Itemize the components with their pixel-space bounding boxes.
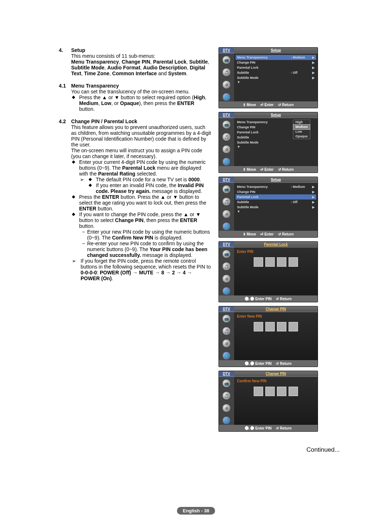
submenus-list: Menu Transparency, Change PIN, Parental … xyxy=(71,59,211,76)
sidebar-icon: 🌐 xyxy=(222,351,231,360)
option-low[interactable]: Low xyxy=(293,129,310,134)
section-number: 4. xyxy=(59,47,71,76)
tv-sidebar: 📺 🎵 ⚙ 🌐 xyxy=(219,377,234,425)
sub-instruction: The default PIN code for a new TV set is… xyxy=(79,177,211,194)
tv-footer: ⓿..❾Enter PIN ↺Return xyxy=(219,360,318,367)
menu-title: Setup xyxy=(234,112,318,118)
pin-input-boxes[interactable] xyxy=(237,387,315,396)
pin-digit[interactable] xyxy=(254,257,263,267)
enter-icon: ⏎ xyxy=(260,168,263,172)
dtv-badge: DTV xyxy=(219,371,234,377)
sidebar-icon: ⚙ xyxy=(222,210,231,218)
pin-digit[interactable] xyxy=(265,387,275,396)
pin-prompt: Enter New PIN xyxy=(237,314,315,318)
numeric-icon: ⓿..❾ xyxy=(245,426,254,430)
menu-title: Change PIN xyxy=(234,371,318,377)
sidebar-icon: ⚙ xyxy=(222,80,231,89)
option-medium[interactable]: Medium xyxy=(293,124,310,130)
menu-row-subtitle[interactable]: Subtitle: Off▶ xyxy=(236,200,316,205)
section-title: Setup xyxy=(71,47,211,53)
subsection-number: 4.1 xyxy=(59,83,71,112)
sidebar-icon: ⚙ xyxy=(222,404,231,412)
chevron-right-icon: ▶ xyxy=(310,185,315,189)
footer-enter: ⏎Enter xyxy=(260,103,274,107)
pin-digit[interactable] xyxy=(254,322,263,331)
sub-instruction: Enter your new PIN code by using the num… xyxy=(82,229,211,241)
tv-screenshot-confirm-new-pin: DTV Change PIN 📺 🎵 ⚙ 🌐 Confirm New PIN xyxy=(219,371,318,432)
dtv-badge: DTV xyxy=(219,48,234,53)
menu-row-subtitle-mode[interactable]: Subtitle Mode xyxy=(236,140,316,145)
chevron-right-icon: ▶ xyxy=(310,190,315,194)
menu-row-transparency[interactable]: Menu Transparency : Medium ▶ xyxy=(236,55,316,60)
dtv-badge: DTV xyxy=(219,112,234,118)
instruction-item: Press the ▲ or ▼ button to select requir… xyxy=(71,94,211,112)
dtv-badge: DTV xyxy=(219,242,234,247)
instruction-item: If you forget the PIN code, press the re… xyxy=(71,258,211,281)
sub-sub-instruction: The default PIN code for a new TV set is… xyxy=(88,177,211,182)
tv-sidebar: 📺 🎵 ⚙ 🌐 xyxy=(219,183,234,231)
enter-icon: ⏎ xyxy=(260,232,263,236)
numeric-icon: ⓿..❾ xyxy=(245,362,254,366)
sidebar-icon: 🌐 xyxy=(222,416,231,425)
chevron-right-icon: ▶ xyxy=(310,205,315,209)
pin-digit[interactable] xyxy=(277,387,286,396)
menu-title: Setup xyxy=(234,48,318,53)
pin-digit[interactable] xyxy=(265,322,275,331)
return-icon: ↺ xyxy=(276,426,279,430)
subsection-desc: You can set the translucency of the on-s… xyxy=(71,89,211,94)
paragraph: The on-screen menu will instruct you to … xyxy=(71,148,211,159)
updown-icon: ⇕ xyxy=(243,168,246,172)
menu-row-subtitle[interactable]: Subtitle : Off ▶ xyxy=(236,70,316,75)
pin-input-boxes[interactable] xyxy=(237,257,315,267)
instruction-item: Press the ENTER button. Press the ▲ or ▼… xyxy=(71,194,211,211)
tv-footer: ⓿..❾Enter PIN ↺Return xyxy=(219,425,318,431)
section-intro: This menu consists of 11 sub-menus: xyxy=(71,53,211,59)
sidebar-icon: 🎵 xyxy=(222,391,231,400)
menu-row-change-pin[interactable]: Change PIN▶ xyxy=(236,189,316,194)
pin-digit[interactable] xyxy=(265,257,275,267)
subsection-title: Change PIN / Parental Lock xyxy=(71,118,211,124)
menu-title: Setup xyxy=(234,177,318,183)
sidebar-icon: 🎵 xyxy=(222,327,231,335)
menu-row-parental-lock[interactable]: Parental Lock▶ xyxy=(236,194,316,200)
menu-row-change-pin[interactable]: Change PIN▶ xyxy=(236,60,316,65)
chevron-right-icon: ▶ xyxy=(310,56,315,59)
more-items-icon: ▼ xyxy=(236,210,316,213)
menu-row-transparency[interactable]: Menu Transparency : Medium ▶ xyxy=(236,184,316,189)
sidebar-icon: ⚙ xyxy=(222,339,231,348)
pin-digit[interactable] xyxy=(277,322,286,331)
sidebar-icon: 🎵 xyxy=(222,68,231,77)
screenshot-column: DTV Setup 📺 🎵 ⚙ 🌐 Menu Transparency : Me… xyxy=(219,47,317,432)
menu-row-subtitle-mode[interactable]: Subtitle Mode▶ xyxy=(236,75,316,80)
pin-prompt: Enter PIN xyxy=(237,250,315,254)
sidebar-icon: ⚙ xyxy=(222,145,231,154)
instruction-item: If you want to change the PIN code, pres… xyxy=(71,211,211,258)
menu-title: Change PIN xyxy=(234,306,318,312)
pin-digit[interactable] xyxy=(289,322,298,331)
footer-return: ↺Return xyxy=(278,103,294,107)
return-icon: ↺ xyxy=(276,362,279,366)
sidebar-icon: 🎵 xyxy=(222,262,231,271)
tv-screenshot-enter-new-pin: DTV Change PIN 📺 🎵 ⚙ 🌐 Enter New PIN xyxy=(219,306,318,367)
tv-screenshot-setup-1: DTV Setup 📺 🎵 ⚙ 🌐 Menu Transparency : Me… xyxy=(219,47,318,108)
menu-row-subtitle-mode[interactable]: Subtitle Mode▶ xyxy=(236,205,316,210)
pin-digit[interactable] xyxy=(289,387,298,396)
pin-digit[interactable] xyxy=(277,257,286,267)
sidebar-icon: ⚙ xyxy=(222,274,231,283)
tv-footer: ⇕Move ⏎Enter ↺Return xyxy=(219,101,318,108)
menu-row-parental-lock[interactable]: Parental Lock▶ xyxy=(236,65,316,70)
dtv-badge: DTV xyxy=(219,306,234,312)
pin-digit[interactable] xyxy=(254,387,263,396)
subsection-number: 4.2 xyxy=(59,118,71,281)
pin-digit[interactable] xyxy=(289,257,298,267)
pin-input-boxes[interactable] xyxy=(237,322,315,331)
sidebar-icon: 🌐 xyxy=(222,93,231,101)
sidebar-icon: 🌐 xyxy=(222,222,231,231)
sidebar-icon: 📺 xyxy=(222,314,231,323)
chevron-right-icon: ▶ xyxy=(310,71,315,74)
chevron-right-icon: ▶ xyxy=(310,195,315,199)
sidebar-icon: 📺 xyxy=(222,185,231,194)
chevron-right-icon: ▶ xyxy=(310,61,315,64)
enter-icon: ⏎ xyxy=(260,103,263,107)
option-opaque[interactable]: Opaque xyxy=(293,134,310,139)
